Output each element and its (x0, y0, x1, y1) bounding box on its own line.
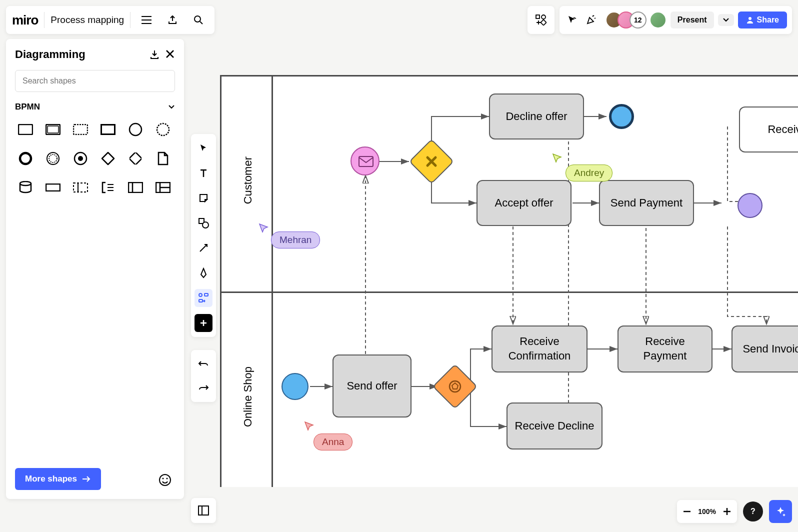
more-shapes-button[interactable]: More shapes (15, 468, 101, 490)
redo-icon (198, 384, 209, 392)
shape-start-event[interactable] (125, 119, 146, 140)
tool-sticky[interactable] (194, 189, 212, 207)
close-icon (165, 49, 175, 59)
cursor-mode-button[interactable] (564, 10, 580, 30)
svg-point-12 (20, 153, 31, 164)
tool-select[interactable] (194, 139, 212, 157)
board-name[interactable]: Process mapping (50, 14, 124, 26)
event-message[interactable] (350, 146, 380, 176)
redo-button[interactable] (194, 379, 212, 397)
shape-annotation-box[interactable] (42, 177, 64, 198)
shape-throw-event[interactable] (70, 148, 91, 169)
sparkle-icon (774, 506, 786, 518)
svg-point-16 (78, 156, 83, 161)
shape-pool[interactable] (125, 177, 146, 198)
export-button[interactable] (162, 10, 182, 30)
tool-pen[interactable] (194, 264, 212, 282)
miro-logo[interactable]: miro (12, 12, 38, 28)
svg-point-14 (49, 154, 57, 162)
cursor-andrey-icon (552, 152, 564, 164)
share-button[interactable]: Share (738, 12, 787, 28)
close-button[interactable] (165, 49, 175, 60)
node-decline-offer[interactable]: Decline offer (489, 94, 584, 140)
shape-data-store[interactable] (15, 177, 36, 198)
svg-rect-9 (101, 124, 115, 134)
undo-button[interactable] (194, 355, 212, 373)
svg-point-27 (160, 474, 170, 486)
zoom-value[interactable]: 100% (698, 508, 716, 516)
shape-transaction[interactable] (42, 119, 64, 140)
search-button[interactable] (188, 10, 208, 30)
cursor-andrey: Andrey (566, 164, 612, 182)
node-receive-decline[interactable]: Receive Decline (506, 402, 602, 450)
search-shapes-input[interactable] (15, 70, 175, 92)
shape-annotation[interactable] (98, 177, 118, 198)
tool-diagram[interactable] (194, 289, 212, 307)
undo-toolbar (191, 350, 216, 402)
event-start[interactable] (282, 373, 308, 400)
shape-gateway-diamond[interactable] (125, 148, 146, 169)
tool-shape[interactable] (194, 214, 212, 232)
node-send-payment[interactable]: Send Payment (599, 180, 694, 226)
shape-end-event[interactable] (15, 148, 36, 169)
node-send-inv[interactable]: Send Invoice (732, 326, 798, 372)
sticky-icon (198, 193, 208, 203)
avatar-overflow[interactable]: 12 (630, 12, 646, 28)
diagramming-panel: Diagramming BPMN Mor (6, 39, 184, 499)
node-receive-pay[interactable]: Receive Payment (618, 326, 712, 372)
emoji-button[interactable] (155, 470, 175, 490)
arrow-icon (198, 243, 208, 253)
zoom-out-button[interactable] (683, 510, 691, 512)
node-accept-offer[interactable]: Accept offer (476, 180, 572, 226)
shape-gateway[interactable] (98, 148, 118, 169)
svg-rect-1 (536, 15, 540, 18)
tool-arrow[interactable] (194, 239, 212, 257)
shape-lane[interactable] (152, 177, 174, 198)
present-dropdown[interactable] (718, 14, 734, 26)
divider (130, 12, 130, 28)
cursor-anna-icon (304, 420, 316, 432)
category-label: BPMN (15, 102, 40, 112)
hamburger-icon (142, 16, 152, 24)
frames-button[interactable] (191, 498, 216, 523)
plus-icon (200, 319, 208, 327)
reactions-button[interactable] (584, 10, 598, 30)
svg-rect-17 (130, 152, 142, 164)
apps-button[interactable] (528, 6, 554, 34)
menu-button[interactable] (136, 10, 156, 30)
node-receive-conf[interactable]: Receive Confirmation (492, 326, 588, 372)
node-send-offer[interactable]: Send offer (332, 354, 412, 418)
canvas[interactable]: Customer Online Shop Decline of (220, 75, 798, 487)
svg-rect-22 (128, 182, 142, 192)
ai-button[interactable] (769, 500, 792, 523)
svg-point-28 (162, 478, 164, 480)
zoom-in-button[interactable] (723, 508, 731, 516)
present-button[interactable]: Present (670, 12, 714, 28)
shape-data-object[interactable] (152, 148, 174, 169)
gateway-xor[interactable] (409, 139, 454, 184)
help-button[interactable]: ? (743, 502, 763, 522)
gateway-complex[interactable] (432, 364, 478, 410)
event-end-blue[interactable] (609, 104, 634, 129)
envelope-icon (358, 156, 374, 167)
import-button[interactable] (149, 49, 160, 60)
cursor-mehran-icon (258, 222, 270, 234)
node-receive-partial[interactable]: Receiv (739, 106, 798, 152)
diagram-icon (198, 292, 209, 304)
category-bpmn[interactable]: BPMN (15, 102, 175, 112)
svg-rect-3 (540, 20, 546, 25)
shape-call-activity[interactable] (98, 119, 118, 140)
event-purple[interactable] (738, 193, 762, 218)
svg-rect-35 (198, 506, 208, 515)
shape-group[interactable] (70, 177, 91, 198)
tool-text[interactable] (194, 164, 212, 182)
shape-task[interactable] (15, 119, 36, 140)
shape-intermediate-event[interactable] (42, 148, 64, 169)
tool-add[interactable] (194, 314, 212, 332)
avatar[interactable] (650, 12, 666, 28)
shape-start-event-dashed[interactable] (152, 119, 174, 140)
chevron-down-icon (168, 104, 175, 110)
shape-event-subprocess[interactable] (70, 119, 91, 140)
lane-shop: Online Shop (242, 366, 254, 427)
svg-point-11 (157, 124, 169, 136)
